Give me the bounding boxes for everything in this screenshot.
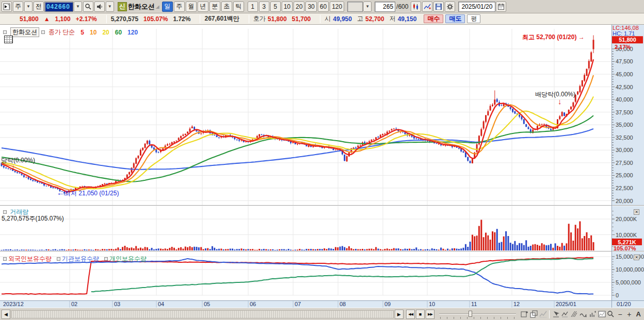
close-holdings-pane-button[interactable]: ✕ (634, 255, 639, 260)
cursor-tool-icon[interactable] (552, 310, 560, 319)
down-arrow-icon: ↓ (11, 163, 15, 171)
annotation-high: 최고 52,700 (01/20) → (522, 33, 585, 42)
right-arrow-icon: → (578, 33, 585, 41)
tab-period-day[interactable]: 일 (162, 2, 173, 12)
zoom-in-button[interactable]: + (625, 310, 634, 319)
scroll-left-button[interactable]: ◀ (2, 310, 10, 319)
svg-text:37,500: 37,500 (616, 109, 633, 115)
svg-text:42,500: 42,500 (616, 84, 633, 90)
svg-text:09: 09 (384, 301, 391, 307)
legend-ma-label: 종가 단순 (49, 28, 75, 37)
minute-button-1[interactable]: 1 (248, 2, 258, 12)
zoom-icon[interactable] (607, 310, 615, 319)
add-pane-icon[interactable] (521, 310, 529, 319)
zoom-out-button[interactable]: − (616, 310, 624, 319)
legend-marker-icon[interactable] (41, 30, 45, 34)
speaker-icon[interactable] (94, 2, 105, 12)
svg-text:03: 03 (114, 301, 120, 307)
svg-text:02: 02 (71, 301, 77, 307)
stop-button[interactable]: ■ (416, 310, 425, 319)
tab-period-minute[interactable]: 분 (210, 2, 220, 12)
settings-gear-icon[interactable] (445, 2, 455, 12)
minute-button-3[interactable]: 3 (259, 2, 269, 12)
tab-period-month[interactable]: 월 (186, 2, 197, 12)
avg-button[interactable]: 평 (467, 14, 480, 23)
peak-tool-icon[interactable] (561, 310, 569, 319)
step-back-button[interactable]: ◀◀ (406, 310, 415, 319)
volume-tool-icon[interactable] (588, 310, 597, 319)
stock-code-input[interactable]: 042660 (44, 2, 73, 12)
close-volume-pane-button[interactable]: ✕ (634, 209, 639, 215)
calendar-icon[interactable] (496, 2, 506, 12)
svg-text:01/20: 01/20 (617, 301, 631, 307)
bottom-toolbar: ◀ ▶ ◀◀ ■ ▶▶ (0, 308, 644, 320)
stock-code-dropdown-icon[interactable]: ▼ (74, 2, 82, 12)
legend-marker-icon[interactable] (3, 30, 7, 34)
mini-board-icon[interactable] (4, 36, 13, 43)
search-icon[interactable] (83, 2, 93, 12)
wave-tool-icon[interactable] (579, 310, 588, 319)
new-chart-window-icon[interactable] (2, 2, 12, 12)
low-price: 49,150 (398, 15, 417, 23)
low-label: 저 (390, 14, 396, 23)
high-price: 52,700 (365, 15, 384, 23)
slider-track[interactable] (439, 313, 516, 314)
legend-stock-name: 한화오션 (10, 27, 39, 37)
svg-text:20,000: 20,000 (616, 198, 633, 204)
trend-pattern-icon[interactable] (539, 310, 547, 319)
date-input[interactable]: 2025/01/20 (458, 2, 495, 12)
tab-period-second[interactable]: 초 (221, 2, 232, 12)
legend-marker-icon[interactable] (104, 257, 108, 261)
save-icon[interactable] (433, 2, 444, 12)
custom-interval-dropdown-icon[interactable]: ▼ (363, 2, 372, 12)
minute-button-60[interactable]: 60 (318, 2, 329, 12)
holdings-legend[interactable]: 외국인보유수량 기관보유수량 개인보유수량 (3, 255, 147, 263)
buy-button[interactable]: 매수 (424, 14, 443, 23)
scroll-right-button[interactable]: ▶ (395, 310, 404, 319)
open-price: 49,950 (333, 15, 352, 23)
jeon-button[interactable]: 전 (34, 2, 44, 12)
legend-marker-icon[interactable] (3, 210, 7, 214)
svg-text:11: 11 (471, 301, 477, 307)
svg-text:08: 08 (340, 301, 346, 307)
legend-marker-icon[interactable] (57, 257, 60, 261)
overlay-pane-icon[interactable] (530, 310, 538, 319)
minute-button-20[interactable]: 20 (294, 2, 304, 12)
main-chart-legend[interactable]: 한화오션 종가 단순 5 10 20 60 120 (3, 27, 138, 37)
tab-period-week[interactable]: 주 (174, 2, 185, 12)
chart-scrollbar[interactable] (11, 310, 394, 318)
chart-canvas[interactable]: 20,00022,50025,00027,50030,00032,50035,0… (0, 25, 644, 308)
direction-arrow-icon: ▲ (44, 15, 50, 23)
minute-button-10[interactable]: 10 (282, 2, 293, 12)
legend-marker-icon[interactable] (3, 257, 7, 261)
top-toolbar: 주 ▼ 전 042660 ▼ ▼ 신 한화오션 ◢ 일 주 월 년 분 초 틱 … (0, 0, 644, 13)
sell-button[interactable]: 매도 (445, 14, 465, 23)
shin-badge: 신 (118, 2, 127, 11)
tab-period-year[interactable]: 년 (198, 2, 208, 12)
add-trendline-icon[interactable] (422, 2, 432, 12)
custom-interval-select[interactable] (347, 2, 363, 12)
slider-thumb[interactable] (469, 311, 472, 317)
open-label: 시 (325, 14, 331, 23)
stock-name-label: 한화오션 (128, 2, 155, 11)
minute-button-120[interactable]: 120 (330, 2, 344, 12)
bar-width-slider[interactable] (439, 310, 516, 319)
tab-period-tick[interactable]: 틱 (233, 2, 244, 12)
chart-image-icon[interactable] (598, 310, 606, 319)
bar-count-input[interactable]: 265 (375, 2, 395, 12)
svg-text:35,000: 35,000 (616, 122, 633, 128)
compare-candles-icon[interactable] (411, 2, 421, 12)
legend-ma-60: 60 (115, 29, 122, 36)
minute-button-5[interactable]: 5 (270, 2, 281, 12)
minute-button-30[interactable]: 30 (305, 2, 316, 12)
font-button[interactable]: A (634, 310, 642, 319)
step-forward-button[interactable]: ▶▶ (426, 310, 434, 319)
svg-text:04: 04 (158, 301, 164, 307)
ju-mode-dropdown-icon[interactable]: ▼ (24, 2, 33, 12)
speaker-dropdown-icon[interactable]: ▼ (106, 2, 114, 12)
ju-mode-button[interactable]: 주 (13, 2, 23, 12)
current-price: 51,800 (20, 15, 39, 23)
svg-text:10,000,000: 10,000,000 (616, 266, 644, 273)
lines-tool-icon[interactable] (570, 310, 578, 319)
svg-text:10,000K: 10,000K (616, 232, 637, 238)
